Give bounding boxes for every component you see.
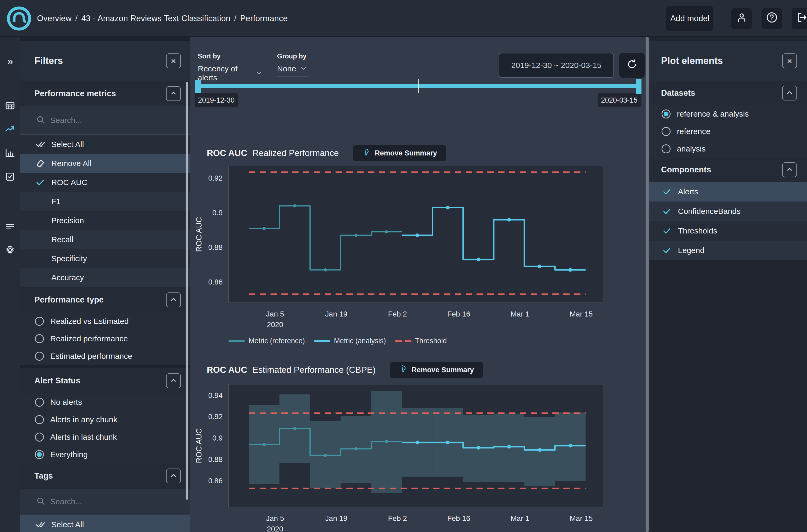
alert-status-option-no-alerts[interactable]: No alerts <box>20 394 190 411</box>
time-slider-right-handle[interactable] <box>636 79 641 94</box>
metrics-search-input[interactable] <box>50 116 151 125</box>
logs-icon[interactable] <box>4 221 16 232</box>
chevron-up-icon <box>170 377 177 385</box>
dataset-option-label: reference & analysis <box>677 110 749 118</box>
option-label: Alerts in any chunk <box>50 415 117 424</box>
metrics-item-remove-all[interactable]: Remove All <box>20 154 190 173</box>
metrics-item-f1[interactable]: F1 <box>20 192 190 211</box>
chart2-plot[interactable]: 0.860.880.90.920.94ROC AUCJan 52020Jan 1… <box>189 382 612 532</box>
chevron-up-icon <box>786 166 793 174</box>
refresh-button[interactable] <box>619 53 645 78</box>
check-icon <box>661 226 672 236</box>
performance-type-option-realized[interactable]: Realized performance <box>20 330 190 347</box>
check-icon <box>661 186 672 197</box>
performance-type-option-estimated[interactable]: Estimated performance <box>20 347 190 365</box>
svg-text:2020: 2020 <box>267 321 283 329</box>
metrics-item-roc-auc[interactable]: ROC AUC <box>20 173 190 192</box>
bar-chart-icon[interactable] <box>4 147 16 159</box>
logout-button[interactable] <box>792 8 807 29</box>
components-collapse-button[interactable] <box>782 163 797 177</box>
chart1-plot[interactable]: 0.860.880.90.92ROC AUCJan 52020Jan 19Feb… <box>189 164 612 331</box>
performance-trend-icon[interactable] <box>4 124 16 135</box>
check-icon <box>661 206 672 216</box>
legend-item-analysis[interactable]: Metric (analysis) <box>314 337 386 345</box>
chart2-remove-summary-button[interactable]: Remove Summary <box>390 362 483 378</box>
chevron-up-icon <box>170 296 177 304</box>
dataset-option-label: analysis <box>677 145 706 153</box>
metrics-item-label: Select All <box>51 140 84 149</box>
svg-text:Feb 16: Feb 16 <box>447 514 470 522</box>
search-icon <box>36 496 45 507</box>
component-label: Alerts <box>678 187 698 196</box>
filters-close-button[interactable]: × <box>166 53 181 68</box>
dataset-option-reference[interactable]: reference <box>649 123 807 140</box>
metrics-item-precision[interactable]: Precision <box>20 211 190 230</box>
dataset-option-reference-and-analysis[interactable]: reference & analysis <box>649 105 807 123</box>
sort-by-dropdown[interactable]: Recency of alerts <box>198 64 262 86</box>
metrics-collapse-button[interactable] <box>166 86 181 101</box>
help-button[interactable] <box>762 8 782 29</box>
components-title: Components <box>661 165 711 174</box>
component-item-legend[interactable]: Legend <box>649 241 807 260</box>
alert-status-option-last-chunk[interactable]: Alerts in last chunk <box>20 429 190 446</box>
option-label: Alerts in last chunk <box>50 433 117 441</box>
legend-item-threshold[interactable]: Threshold <box>395 337 447 345</box>
alert-status-option-everything[interactable]: Everything <box>20 446 190 463</box>
metrics-item-label: F1 <box>51 197 61 206</box>
filters-scrollbar[interactable] <box>186 82 188 500</box>
performance-type-collapse-button[interactable] <box>166 292 181 307</box>
metrics-item-specificity[interactable]: Specificity <box>20 249 190 268</box>
breadcrumb-model[interactable]: 43 - Amazon Reviews Text Classification <box>81 14 231 23</box>
time-slider-left-handle[interactable] <box>195 80 201 93</box>
chart1-remove-summary-button[interactable]: Remove Summary <box>353 145 446 161</box>
main-scrollbar[interactable] <box>646 37 649 532</box>
legend-item-reference[interactable]: Metric (reference) <box>228 337 305 345</box>
performance-type-title: Performance type <box>34 295 104 305</box>
alert-status-collapse-button[interactable] <box>166 373 181 388</box>
tags-item-select-all[interactable]: Select All <box>20 515 190 532</box>
chevron-up-icon <box>170 90 177 98</box>
settings-gear-icon[interactable] <box>4 244 16 256</box>
add-model-button[interactable]: Add model <box>666 6 713 31</box>
option-label: No alerts <box>50 398 82 407</box>
metrics-item-recall[interactable]: Recall <box>20 230 190 249</box>
expand-sidebar-icon[interactable]: » <box>4 56 16 67</box>
svg-text:0.94: 0.94 <box>208 391 223 400</box>
date-range-input[interactable]: 2019-12-30 ~ 2020-03-15 <box>499 53 614 78</box>
component-item-thresholds[interactable]: Thresholds <box>649 221 807 241</box>
filters-panel: Filters × Performance metrics Select All <box>20 37 190 532</box>
dataset-option-analysis[interactable]: analysis <box>649 140 807 157</box>
metrics-item-accuracy[interactable]: Accuracy <box>20 268 190 287</box>
tags-search-input[interactable] <box>50 497 151 506</box>
svg-text:0.9: 0.9 <box>212 209 223 217</box>
radio-icon <box>35 398 44 407</box>
svg-text:2020: 2020 <box>267 525 283 532</box>
data-grid-icon[interactable] <box>4 100 16 112</box>
alert-status-option-any-chunk[interactable]: Alerts in any chunk <box>20 411 190 429</box>
plot-elements-close-button[interactable]: × <box>782 53 797 68</box>
svg-text:0.88: 0.88 <box>208 243 223 251</box>
performance-type-option-realized-vs-estimated[interactable]: Realized vs Estimated <box>20 312 190 330</box>
filters-header: Filters <box>20 41 190 81</box>
metrics-section-header: Performance metrics <box>20 81 190 106</box>
sort-by-label: Sort by <box>198 52 262 60</box>
report-icon[interactable] <box>4 171 16 183</box>
svg-text:Jan 19: Jan 19 <box>325 310 347 318</box>
help-icon <box>766 12 778 26</box>
analysis-line-swatch <box>314 340 330 342</box>
component-item-confidence-bands[interactable]: ConfidenceBands <box>649 202 807 221</box>
nannyml-logo-icon <box>6 6 32 31</box>
breadcrumb-overview[interactable]: Overview <box>37 14 72 23</box>
component-label: ConfidenceBands <box>678 207 741 216</box>
svg-text:Mar 15: Mar 15 <box>570 514 593 522</box>
tags-collapse-button[interactable] <box>166 469 181 483</box>
metrics-item-select-all[interactable]: Select All <box>20 135 190 154</box>
left-icon-rail: » <box>0 37 20 532</box>
user-button[interactable] <box>731 8 752 29</box>
datasets-collapse-button[interactable] <box>782 86 797 100</box>
eraser-icon <box>35 158 45 169</box>
breadcrumb-performance[interactable]: Performance <box>240 14 288 23</box>
group-by-dropdown[interactable]: None <box>277 64 308 76</box>
component-item-alerts[interactable]: Alerts <box>649 182 807 202</box>
chart1-legend: Metric (reference) Metric (analysis) Thr… <box>228 337 447 345</box>
